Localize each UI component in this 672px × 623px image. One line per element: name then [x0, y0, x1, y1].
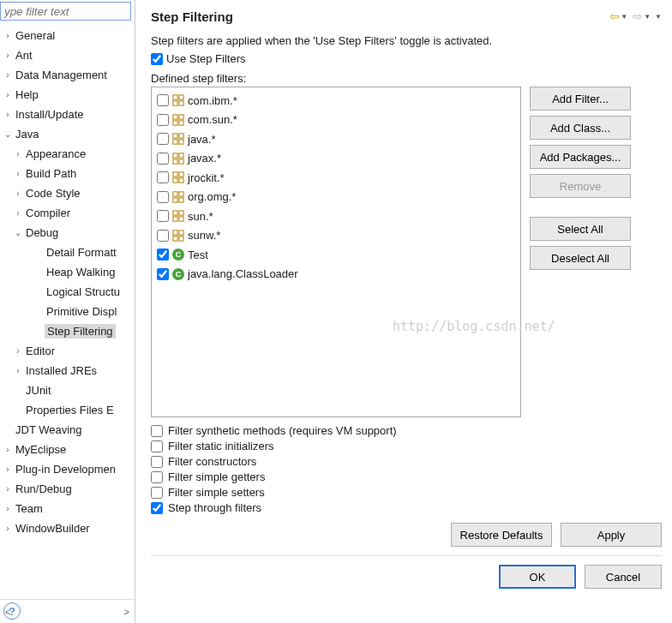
tree-item[interactable]: ›MyEclipse — [0, 440, 135, 459]
filter-checkbox[interactable] — [157, 171, 169, 183]
nav-forward-button[interactable]: ⇨▼ — [631, 9, 652, 23]
tree-item[interactable]: ›Team — [0, 499, 135, 518]
option-checkbox[interactable] — [151, 440, 163, 452]
tree-item[interactable]: ›Plug-in Developmen — [0, 459, 135, 479]
restore-defaults-button[interactable]: Restore Defaults — [451, 523, 552, 547]
filter-item[interactable]: com.ibm.* — [157, 91, 515, 111]
menu-dropdown-icon[interactable]: ▼ — [654, 13, 662, 21]
filter-option[interactable]: Step through filters — [151, 501, 662, 514]
option-checkbox[interactable] — [151, 471, 163, 483]
option-checkbox[interactable] — [151, 425, 163, 437]
preferences-tree[interactable]: ›General›Ant›Data Management›Help›Instal… — [0, 24, 135, 599]
expand-icon[interactable]: › — [2, 31, 14, 40]
expand-icon[interactable]: › — [2, 484, 14, 494]
tree-item[interactable]: ›Build Path — [0, 164, 135, 183]
tree-item[interactable]: ›Editor — [0, 341, 135, 361]
tree-item[interactable]: ›Help — [0, 85, 135, 105]
option-checkbox[interactable] — [151, 456, 163, 468]
tree-item[interactable]: JDT Weaving — [0, 420, 135, 440]
filter-checkbox[interactable] — [157, 230, 169, 242]
tree-item[interactable]: Primitive Displ — [0, 302, 135, 321]
filter-item[interactable]: java.* — [157, 129, 515, 149]
filter-label: java.lang.ClassLoader — [188, 267, 298, 280]
tree-item[interactable]: ›Data Management — [0, 65, 135, 85]
option-label: Filter synthetic methods (requires VM su… — [168, 424, 397, 437]
filter-option[interactable]: Filter constructors — [151, 455, 662, 468]
filter-checkbox[interactable] — [157, 94, 169, 106]
help-icon[interactable]: ? — [3, 602, 21, 620]
option-checkbox[interactable] — [151, 487, 163, 499]
filter-item[interactable]: com.sun.* — [157, 111, 515, 130]
filter-checkbox[interactable] — [157, 191, 169, 203]
tree-item[interactable]: Properties Files E — [0, 400, 135, 420]
expand-icon[interactable]: › — [2, 110, 14, 119]
filter-item[interactable]: jrockit.* — [157, 168, 515, 188]
expand-icon[interactable]: › — [2, 70, 14, 80]
filter-checkbox[interactable] — [157, 268, 169, 280]
expand-icon[interactable]: › — [2, 445, 14, 454]
filter-option[interactable]: Filter synthetic methods (requires VM su… — [151, 424, 662, 437]
remove-button[interactable]: Remove — [530, 174, 631, 198]
tree-item[interactable]: ⌄Debug — [0, 223, 135, 243]
expand-icon[interactable]: › — [12, 189, 24, 198]
filter-item[interactable]: sunw.* — [157, 226, 515, 246]
tree-item[interactable]: ›Run/Debug — [0, 479, 135, 499]
tree-item[interactable]: Detail Formatt — [0, 243, 135, 262]
add-filter-button[interactable]: Add Filter... — [530, 87, 631, 111]
tree-item[interactable]: Step Filtering — [0, 321, 135, 341]
filter-option[interactable]: Filter simple getters — [151, 470, 662, 483]
filter-checkbox[interactable] — [157, 133, 169, 145]
filter-checkbox[interactable] — [157, 210, 169, 222]
tree-item[interactable]: ›General — [0, 26, 135, 45]
tree-item[interactable]: Heap Walking — [0, 262, 135, 282]
filter-item[interactable]: org.omg.* — [157, 188, 515, 207]
expand-icon[interactable]: › — [2, 524, 14, 533]
tree-item[interactable]: ›Appearance — [0, 144, 135, 164]
tree-item[interactable]: ›Code Style — [0, 183, 135, 203]
cancel-button[interactable]: Cancel — [585, 565, 662, 589]
expand-icon[interactable]: › — [2, 90, 14, 99]
use-step-filters-checkbox[interactable]: Use Step Filters — [151, 52, 662, 65]
expand-icon[interactable]: › — [12, 208, 24, 218]
expand-icon[interactable]: › — [12, 346, 24, 356]
filter-checkbox[interactable] — [157, 114, 169, 126]
scroll-right-icon[interactable]: > — [124, 607, 129, 617]
filter-option[interactable]: Filter static initializers — [151, 440, 662, 452]
filter-item[interactable]: javax.* — [157, 149, 515, 169]
expand-icon[interactable]: › — [12, 149, 24, 159]
expand-icon[interactable]: ⌄ — [2, 129, 14, 139]
filter-checkbox[interactable] — [157, 153, 169, 165]
tree-item[interactable]: ›WindowBuilder — [0, 518, 135, 538]
tree-item[interactable]: ⌄Java — [0, 124, 135, 144]
expand-icon[interactable]: ⌄ — [12, 228, 24, 237]
filter-label: sunw.* — [188, 229, 220, 242]
option-checkbox[interactable] — [151, 502, 163, 514]
tree-item[interactable]: ›Install/Update — [0, 105, 135, 124]
expand-icon[interactable]: › — [2, 464, 14, 474]
nav-back-button[interactable]: ⇦▼ — [608, 9, 629, 23]
tree-item[interactable]: JUnit — [0, 380, 135, 400]
tree-item[interactable]: ›Compiler — [0, 203, 135, 223]
use-step-filters-input[interactable] — [151, 53, 163, 65]
expand-icon[interactable]: › — [12, 169, 24, 178]
expand-icon[interactable]: › — [2, 504, 14, 513]
class-icon: C — [172, 249, 184, 261]
expand-icon[interactable]: › — [2, 51, 14, 60]
filter-option[interactable]: Filter simple setters — [151, 486, 662, 499]
ok-button[interactable]: OK — [499, 565, 576, 589]
filter-item[interactable]: Cjava.lang.ClassLoader — [157, 265, 515, 285]
apply-button[interactable]: Apply — [561, 523, 662, 547]
tree-item[interactable]: ›Installed JREs — [0, 361, 135, 380]
expand-icon[interactable]: › — [12, 366, 24, 375]
filter-item[interactable]: CTest — [157, 245, 515, 265]
select-all-button[interactable]: Select All — [530, 217, 631, 241]
tree-filter-input[interactable] — [0, 2, 131, 21]
step-filters-list[interactable]: com.ibm.*com.sun.*java.*javax.*jrockit.*… — [151, 87, 521, 417]
add-packages-button[interactable]: Add Packages... — [530, 145, 631, 169]
filter-checkbox[interactable] — [157, 249, 169, 261]
filter-item[interactable]: sun.* — [157, 207, 515, 226]
deselect-all-button[interactable]: Deselect All — [530, 246, 631, 270]
tree-item[interactable]: Logical Structu — [0, 282, 135, 302]
tree-item[interactable]: ›Ant — [0, 45, 135, 65]
add-class-button[interactable]: Add Class... — [530, 116, 631, 140]
